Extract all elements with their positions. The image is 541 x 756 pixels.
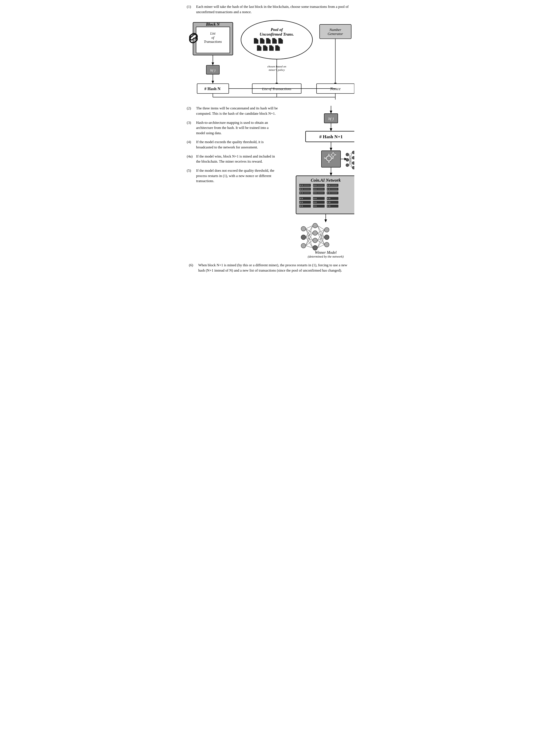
svg-text:h(·): h(·) <box>328 117 334 121</box>
svg-point-128 <box>313 185 315 186</box>
svg-marker-35 <box>212 63 214 65</box>
svg-line-199 <box>306 233 313 246</box>
svg-point-188 <box>324 235 329 240</box>
svg-point-166 <box>315 198 316 199</box>
step6-num: (6) <box>189 263 197 268</box>
svg-point-125 <box>301 192 303 194</box>
top-diagram: Block N List of Transactions Pool of Unc… <box>187 17 354 102</box>
svg-rect-138 <box>317 192 323 194</box>
svg-rect-170 <box>327 201 338 204</box>
step6-item: (6) When block N+1 is mined (by this or … <box>187 263 354 273</box>
svg-point-149 <box>329 192 330 194</box>
svg-point-155 <box>299 202 301 203</box>
step2-num: (2) <box>187 106 195 111</box>
step3-text: Hash-to-architecture mapping is used to … <box>196 120 278 136</box>
svg-point-93 <box>352 166 354 169</box>
svg-point-175 <box>329 198 330 199</box>
svg-marker-179 <box>324 220 327 222</box>
step4-text: If the model exceeds the quality thresho… <box>196 140 278 150</box>
svg-rect-151 <box>299 197 311 200</box>
svg-point-117 <box>301 185 303 186</box>
svg-point-87 <box>346 153 349 156</box>
svg-line-202 <box>317 226 324 230</box>
svg-rect-161 <box>313 201 325 204</box>
svg-point-145 <box>329 189 330 190</box>
svg-point-184 <box>313 231 317 235</box>
svg-rect-134 <box>317 189 323 190</box>
right-diagram-svg: h(·) # Hash N+1 <box>282 106 354 259</box>
svg-rect-74 <box>328 161 329 163</box>
svg-point-88 <box>346 158 349 161</box>
svg-rect-81 <box>332 152 334 154</box>
svg-marker-39 <box>212 81 214 84</box>
svg-rect-118 <box>303 185 310 186</box>
svg-text:chosen based on: chosen based on <box>267 65 286 68</box>
svg-rect-169 <box>327 197 338 200</box>
svg-text:# Hash N+1: # Hash N+1 <box>319 134 342 139</box>
step1-item: (1) Each miner will take the hash of the… <box>187 4 354 15</box>
steps-right: h(·) # Hash N+1 <box>282 106 354 259</box>
svg-point-121 <box>301 189 303 190</box>
svg-point-72 <box>327 157 330 160</box>
step1-num: (1) <box>187 4 195 10</box>
svg-point-156 <box>299 206 301 207</box>
svg-text:Nonce: Nonce <box>330 87 340 91</box>
svg-point-163 <box>313 198 315 199</box>
step4a-item: (4a) If the model wins, block N+1 is min… <box>187 154 278 164</box>
svg-point-182 <box>301 243 306 248</box>
svg-point-167 <box>315 202 316 203</box>
svg-point-124 <box>299 192 301 194</box>
svg-marker-112 <box>330 173 332 176</box>
svg-point-185 <box>313 238 317 243</box>
svg-point-189 <box>324 242 329 247</box>
svg-text:Pool of: Pool of <box>270 27 283 32</box>
svg-point-183 <box>313 223 317 228</box>
svg-text:Transactions: Transactions <box>204 40 222 44</box>
svg-text:(determined by the network): (determined by the network) <box>308 255 344 259</box>
svg-point-173 <box>327 202 328 203</box>
main-layout: (1) Each miner will take the hash of the… <box>187 4 354 273</box>
svg-point-129 <box>315 185 316 186</box>
svg-point-176 <box>329 202 330 203</box>
svg-point-148 <box>327 192 328 194</box>
svg-text:Generator: Generator <box>327 32 343 36</box>
svg-point-144 <box>327 189 328 190</box>
svg-rect-153 <box>299 205 311 208</box>
svg-point-158 <box>301 202 303 203</box>
svg-point-186 <box>313 246 317 250</box>
winner-model-net <box>301 223 329 250</box>
steps-and-diagram: (2) The three items will be concatenated… <box>187 106 354 259</box>
svg-point-154 <box>299 198 301 199</box>
svg-point-180 <box>301 227 306 231</box>
svg-point-89 <box>346 164 349 167</box>
svg-text:List: List <box>210 32 216 36</box>
step3-item: (3) Hash-to-architecture mapping is used… <box>187 120 278 136</box>
svg-text:Unconfirmed Trans.: Unconfirmed Trans. <box>260 32 294 36</box>
svg-text:Number: Number <box>329 28 341 32</box>
svg-point-133 <box>315 189 316 190</box>
svg-point-92 <box>352 162 354 165</box>
svg-line-191 <box>306 229 313 233</box>
step5-text: If the model does not exceed the quality… <box>196 168 278 184</box>
svg-point-168 <box>315 206 316 207</box>
svg-rect-122 <box>303 189 310 190</box>
step4-item: (4) If the model exceeds the quality thr… <box>187 140 278 150</box>
svg-point-164 <box>313 202 315 203</box>
step5-item: (5) If the model does not exceed the qua… <box>187 168 278 184</box>
svg-point-159 <box>301 206 303 207</box>
svg-text:h(·): h(·) <box>210 68 216 72</box>
neural-net-small <box>346 151 354 169</box>
step5-num: (5) <box>187 168 195 173</box>
step1-text: Each miner will take the hash of the las… <box>196 4 354 15</box>
svg-rect-73 <box>328 154 329 156</box>
svg-point-172 <box>327 198 328 199</box>
svg-rect-83 <box>335 154 336 155</box>
svg-marker-65 <box>330 128 332 131</box>
svg-text:miner's policy: miner's policy <box>269 68 284 71</box>
svg-point-165 <box>313 206 315 207</box>
svg-rect-142 <box>331 185 337 186</box>
svg-point-90 <box>352 151 354 154</box>
svg-point-141 <box>329 185 330 186</box>
svg-text:Winner Model: Winner Model <box>315 250 336 255</box>
svg-point-116 <box>299 185 301 186</box>
